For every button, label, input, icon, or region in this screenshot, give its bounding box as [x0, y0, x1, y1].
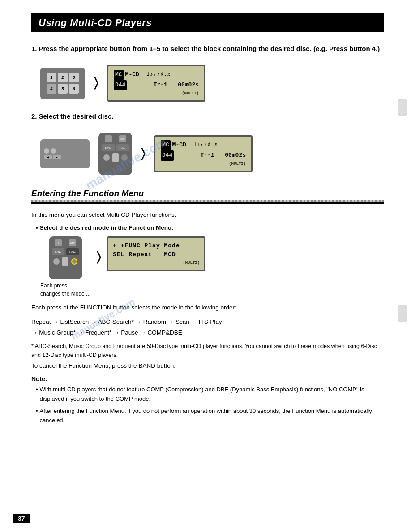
numpad-btn-5: 5 — [58, 84, 68, 94]
note-title: Note: — [31, 375, 384, 382]
remote-btn-d — [103, 154, 110, 161]
func-remote-btn-ptt: PTT — [55, 239, 62, 246]
page-number: 37 — [13, 514, 30, 523]
step-1-header: 1. Press the appropriate button from 1–5… — [31, 45, 384, 59]
lcd-line3-text: M-CD ♩♪₁♪♯♩♬ — [172, 141, 246, 150]
seek-prev-btn: |◀ — [44, 155, 52, 159]
section-divider — [31, 200, 384, 202]
lcd-small-2: (MULTI) — [161, 161, 246, 167]
func-remote-slider — [62, 257, 68, 266]
remote-device-2: PTT DSP BAND FUNC — [98, 133, 132, 175]
arrow-3: 〉 — [97, 250, 101, 265]
lcd-display-1: MC M-CD ♩♪₁♪♯♩♬ D44 Tr-1 00m02s (MULTI) — [107, 65, 206, 102]
step-2-header: 2. Select the desired disc. — [31, 112, 384, 126]
ctrl-seek-buttons: |◀ ▶| — [44, 155, 61, 159]
lcd-mc-badge-1: MC — [114, 70, 124, 80]
step-1-number: 1. — [31, 45, 37, 52]
remote-btn-disp: DSP — [119, 135, 126, 142]
footnote: * ABC-Search, Music Group and Frequent a… — [31, 342, 384, 360]
func-remote-row-1: PTT DSP — [55, 239, 76, 246]
func-remote-btn-func: FUNC — [66, 248, 79, 255]
step-1: 1. Press the appropriate button from 1–5… — [31, 45, 384, 102]
lcd-func-line2: SEL Repeat : MCD — [113, 250, 200, 260]
caption-line1: Each press — [40, 283, 67, 289]
scroll-nub-1[interactable] — [398, 99, 407, 116]
function-step-content: PTT DSP BAND FUNC Each press — [40, 236, 384, 298]
remote-row-1: PTT DSP — [105, 135, 126, 142]
remote-row-3 — [103, 153, 128, 162]
remote-btn-func: FUNC — [116, 144, 129, 151]
step-2: 2. Select the desired disc. |◀ ▶| — [31, 112, 384, 175]
numpad-device-image: 1 2 3 4 5 6 — [40, 68, 85, 99]
func-remote-btn-band: BAND — [52, 248, 64, 255]
func-remote-btn-f2 — [71, 258, 77, 265]
lcd-d44-badge-2: D44 — [161, 150, 174, 161]
step-2-number: 2. — [31, 112, 37, 120]
scroll-nub-2[interactable] — [398, 305, 407, 322]
numpad-btn-4: 4 — [47, 84, 56, 94]
func-remote-row-3 — [53, 257, 77, 266]
note-1: With multi-CD players that do not featur… — [36, 385, 384, 404]
function-remote: PTT DSP BAND FUNC — [49, 236, 82, 279]
numpad-grid: 1 2 3 4 5 6 — [47, 73, 79, 94]
cd-unit-image: |◀ ▶| — [40, 139, 90, 168]
remote-btn-f — [121, 154, 128, 161]
function-intro: In this menu you can select Multi-CD Pla… — [31, 210, 384, 220]
numpad-btn-3: 3 — [69, 73, 79, 82]
remote-btn-band: BAND — [102, 144, 115, 151]
caption-line2: changes the Mode ... — [40, 291, 90, 297]
flow-sequence: Repeat → ListSearch → ABC-Search* → Rand… — [31, 317, 384, 339]
flow-label: Each press of the FUNCTION button select… — [31, 302, 384, 313]
lcd-tr-text-2: Tr-1 00m02s — [201, 151, 246, 160]
ctrl-btn-circle-2 — [51, 148, 56, 154]
note-section: Note: With multi-CD players that do not … — [31, 375, 384, 425]
ctrl-btn-row-1 — [44, 148, 61, 154]
func-remote-row-2: BAND FUNC — [52, 248, 79, 255]
lcd-small-1: (MULTI) — [114, 90, 199, 97]
lcd-row-1: MC M-CD ♩♪₁♪♯♩♬ — [114, 70, 199, 80]
function-menu-section: Entering the Function Menu In this menu … — [31, 189, 384, 425]
remote-row-2: BAND FUNC — [102, 144, 129, 151]
function-header: Entering the Function Menu — [31, 189, 384, 204]
step-2-title: Select the desired disc. — [39, 112, 114, 120]
arrow-2: 〉 — [141, 146, 145, 161]
lcd-func-small: (MULTI) — [113, 260, 200, 266]
remote-btn-ptt: PTT — [105, 135, 112, 142]
cancel-text: To cancel the Function Menu, press the B… — [31, 362, 384, 369]
lcd-mc-badge-2: MC — [161, 140, 171, 150]
function-title: Entering the Function Menu — [31, 189, 144, 198]
lcd-func-line1: + +FUNC Play Mode — [113, 241, 200, 251]
ctrl-buttons-left: |◀ ▶| — [44, 148, 61, 159]
lcd-row-4: D44 Tr-1 00m02s — [161, 150, 246, 161]
seek-next-btn: ▶| — [53, 155, 61, 159]
numpad-btn-1: 1 — [47, 73, 56, 82]
numpad-btn-2: 2 — [58, 73, 68, 82]
lcd-display-2: MC M-CD ♩♪₁♪♯♩♬ D44 Tr-1 00m02s (MULTI) — [154, 135, 253, 172]
function-remote-wrapper: PTT DSP BAND FUNC Each press — [40, 236, 90, 298]
remote-slider — [112, 153, 119, 162]
lcd-d44-badge-1: D44 — [114, 80, 127, 90]
ctrl-btn-circle-1 — [44, 148, 49, 154]
func-remote-btn-disp: DSP — [69, 239, 76, 246]
step-2-content: |◀ ▶| PTT DSP BAND FUNC — [40, 133, 384, 175]
step-1-title: Press the appropriate button from 1–5 to… — [39, 45, 380, 52]
function-bullet: Select the desired mode in the Function … — [36, 224, 384, 231]
lcd-row-3: MC M-CD ♩♪₁♪♯♩♬ — [161, 140, 246, 150]
func-remote-btn-d2 — [53, 258, 60, 265]
page: manuafive.com manuafive.com Using Multi-… — [0, 0, 411, 532]
step-1-content: 1 2 3 4 5 6 〉 MC M-CD ♩♪₁♪♯♩♬ D44 Tr- — [40, 65, 384, 102]
lcd-tr-text-1: Tr-1 00m02s — [154, 81, 199, 90]
caption-text: Each press changes the Mode ... — [40, 282, 90, 298]
section-title: Using Multi-CD Players — [39, 17, 152, 28]
section-header: Using Multi-CD Players — [31, 13, 384, 32]
note-2: After entering the Function Menu, if you… — [36, 407, 384, 425]
lcd-func-display: + +FUNC Play Mode SEL Repeat : MCD (MULT… — [107, 236, 206, 271]
lcd-line1-text: M-CD ♩♪₁♪♯♩♬ — [125, 70, 199, 80]
numpad-btn-6: 6 — [69, 84, 79, 94]
arrow-1: 〉 — [94, 76, 98, 90]
lcd-row-2: D44 Tr-1 00m02s — [114, 80, 199, 90]
